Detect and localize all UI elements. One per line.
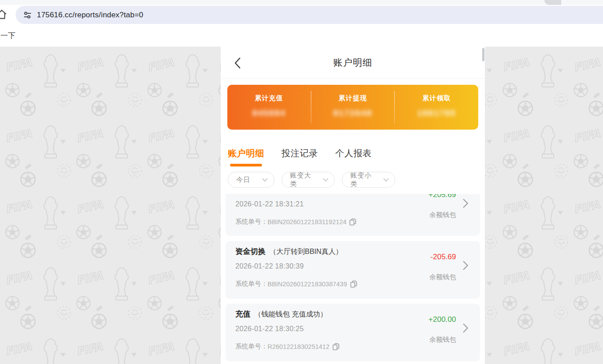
order-label: 系统单号： — [235, 218, 268, 226]
transaction-subtitle: （钱能钱包 充值成功） — [254, 310, 327, 318]
stat-label: 累计领取 — [422, 94, 451, 103]
browser-tab-corner — [544, 0, 561, 5]
transaction-wallet: 余额钱包 — [429, 273, 456, 281]
tab-personal-report[interactable]: 个人报表 — [335, 147, 372, 166]
transaction-wallet: 余额钱包 — [429, 211, 456, 219]
order-number: BBIN202601221831192124 — [268, 218, 347, 226]
home-icon[interactable] — [0, 9, 8, 20]
chevron-down-icon — [262, 178, 268, 182]
transaction-time: 2026-01-22 18:31:21 — [235, 200, 304, 208]
transaction-amount: +205.69 — [428, 194, 456, 199]
stat-total-withdraw: 累计提现 8172648 — [311, 85, 395, 130]
filter-major-type-dropdown[interactable]: 账变大类 — [282, 172, 335, 188]
order-label: 系统单号： — [235, 280, 268, 288]
filter-label: 账变大类 — [290, 171, 317, 188]
address-bar[interactable]: 175616.cc/reports/index?tab=0 — [16, 6, 603, 24]
transaction-time: 2026-01-22 18:30:25 — [235, 325, 304, 333]
transaction-order-row: 系统单号： R2601221830251412 — [235, 342, 339, 351]
chevron-right-icon[interactable] — [463, 323, 468, 333]
site-settings-icon[interactable] — [23, 11, 32, 20]
order-number: R2601221830251412 — [268, 343, 330, 350]
chevron-right-icon[interactable] — [463, 198, 468, 208]
transaction-title-row: 资金切换 （大厅转到BBIN真人） — [235, 246, 343, 257]
transaction-subtitle: （大厅转到BBIN真人） — [269, 248, 342, 255]
panel-header: 账户明细 — [221, 47, 485, 79]
transaction-order-row: 系统单号： BBIN202601221831192124 — [235, 218, 356, 226]
page-title: 账户明细 — [221, 56, 485, 69]
transaction-item[interactable]: 资金切换 （大厅转到BBIN真人） -205.69 2026-01-22 18:… — [226, 241, 480, 299]
chevron-right-icon[interactable] — [463, 261, 468, 270]
bookmarks-bar: 一下 — [0, 24, 603, 47]
order-number: BBIN202601221830387439 — [268, 281, 347, 288]
transaction-list[interactable]: +205.69 2026-01-22 18:31:21 余额钱包 系统单号： B… — [221, 194, 485, 364]
copy-icon[interactable] — [333, 343, 339, 350]
transaction-item[interactable]: +205.69 2026-01-22 18:31:21 余额钱包 系统单号： B… — [226, 194, 480, 236]
browser-top-strip — [0, 0, 603, 5]
stat-value-masked: 8172648 — [333, 108, 373, 118]
chevron-down-icon — [383, 178, 389, 182]
stat-value-masked: 845884 — [252, 108, 286, 118]
transaction-title: 资金切换 — [235, 247, 266, 256]
tab-bet-records[interactable]: 投注记录 — [282, 147, 318, 166]
filter-label: 今日 — [236, 176, 250, 184]
filter-date-dropdown[interactable]: 今日 — [228, 172, 274, 188]
filters: 今日 账变大类 账变小类 — [228, 172, 485, 193]
stat-value-masked: 1881785 — [417, 108, 456, 118]
stat-total-claim: 累计领取 1881785 — [395, 85, 478, 130]
filter-minor-type-dropdown[interactable]: 账变小类 — [342, 172, 395, 188]
panel-scrollbar[interactable] — [482, 48, 484, 61]
browser-toolbar: 175616.cc/reports/index?tab=0 — [0, 5, 603, 24]
transaction-amount: +200.00 — [428, 315, 456, 324]
transaction-order-row: 系统单号： BBIN202601221830387439 — [235, 280, 357, 288]
tab-account-detail[interactable]: 账户明细 — [228, 147, 264, 166]
stat-label: 累计提现 — [339, 94, 367, 103]
stat-label: 累计充值 — [255, 94, 283, 103]
transaction-time: 2026-01-22 18:30:39 — [235, 262, 304, 270]
summary-card: 累计充值 845884 累计提现 8172648 累计领取 1881785 — [227, 85, 478, 130]
url-text[interactable]: 175616.cc/reports/index?tab=0 — [37, 11, 143, 20]
transaction-title: 充值 — [235, 310, 250, 318]
filter-label: 账变小类 — [350, 171, 378, 188]
transaction-item[interactable]: 充值 （钱能钱包 充值成功） +200.00 2026-01-22 18:30:… — [226, 304, 480, 361]
chevron-down-icon — [323, 178, 329, 182]
transaction-amount: -205.69 — [430, 253, 456, 261]
stat-total-deposit: 累计充值 845884 — [227, 85, 311, 130]
account-detail-panel: 账户明细 累计充值 845884 累计提现 8172648 累计领取 18817… — [221, 47, 485, 364]
copy-icon[interactable] — [350, 281, 357, 288]
transaction-wallet: 余额钱包 — [429, 336, 456, 344]
bookmark-item[interactable]: 一下 — [0, 31, 16, 41]
order-label: 系统单号： — [235, 342, 268, 351]
transaction-title-row: 充值 （钱能钱包 充值成功） — [235, 309, 327, 319]
tabs: 账户明细 投注记录 个人报表 — [228, 147, 485, 166]
copy-icon[interactable] — [349, 218, 356, 226]
